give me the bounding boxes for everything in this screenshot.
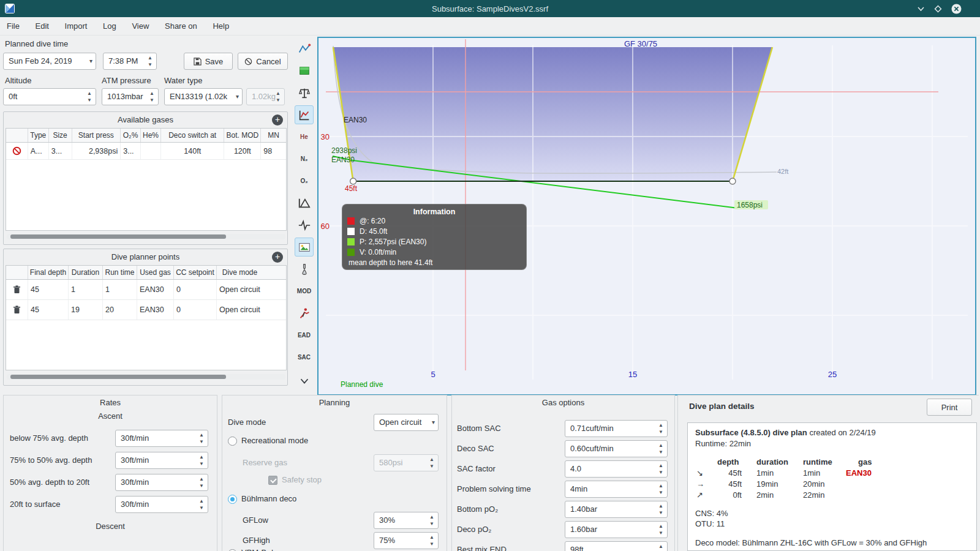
menu-help[interactable]: Help [206,17,236,36]
gas-flask-icon[interactable] [295,260,314,279]
problem-time-spinner[interactable]: 4min ▲▼ [565,481,668,498]
toolbar-scroll-down-icon[interactable] [295,371,314,390]
menu-share-on[interactable]: Share on [158,17,204,36]
date-select[interactable]: Sun Feb 24, 2019 ▾ [3,53,96,70]
spinner-arrows-icon[interactable]: ▲▼ [146,54,154,68]
otu-line: OTU: 11 [695,519,725,528]
add-point-button[interactable]: + [272,252,283,263]
deco-sac-spinner[interactable]: 0.60cuft/min ▲▼ [565,440,668,457]
dive-mode-select[interactable]: Open circuit ▾ [374,414,439,431]
spinner-arrows-icon[interactable]: ▲▼ [657,503,665,516]
ead-toggle-icon[interactable]: EAD [295,326,314,345]
gfhigh-spinner[interactable]: 75% ▲▼ [374,532,439,549]
spinner-arrows-icon[interactable]: ▲▼ [85,90,94,103]
close-button[interactable] [949,2,963,15]
depth-annotation: 45ft [345,184,358,193]
buhlmann-deco-radio[interactable] [228,495,237,504]
gas-table-row[interactable]: A... 3... 2,938psi 3... 140ft 120ft 98 [6,143,286,160]
depth-tick: 30 [321,132,330,141]
minimize-button[interactable] [914,2,927,15]
spinner-arrows-icon[interactable]: ▲▼ [197,498,206,511]
spinner-arrows-icon[interactable]: ▲▼ [657,482,665,496]
safety-stop-label: Safety stop [282,475,322,484]
point-table-row[interactable]: 45 1 1 EAN30 0 Open circuit [6,280,286,300]
scrollbar-handle[interactable] [10,375,226,379]
planner-point-handle[interactable] [350,178,356,184]
n2-graph-icon[interactable]: N₂ [295,149,314,168]
heart-rate-icon[interactable] [295,216,314,234]
gflow-spinner[interactable]: 30% ▲▼ [374,512,439,529]
sac-factor-spinner[interactable]: 4.0 ▲▼ [565,460,668,478]
time-spinner[interactable]: 7:38 PM ▲▼ [103,53,157,70]
segment-arrow-icon: ↘ [696,468,703,478]
spinner-arrows-icon[interactable]: ▲▼ [657,523,665,536]
profile-area [333,47,772,181]
planner-point-handle[interactable] [729,178,736,184]
ascent-rate-2-spinner[interactable]: 30ft/min ▲▼ [115,452,208,469]
delete-point-icon[interactable] [6,300,28,320]
photos-toggle-icon[interactable] [295,238,314,257]
maximize-button[interactable] [931,2,944,15]
runner-toggle-icon[interactable] [295,304,314,323]
best-mix-end-spinner[interactable]: 98ft ▲▼ [565,541,668,551]
spinner-arrows-icon[interactable]: ▲▼ [428,514,436,527]
print-button[interactable]: Print [927,399,972,416]
atm-pressure-spinner[interactable]: 1013mbar ▲▼ [102,88,159,105]
spinner-arrows-icon[interactable]: ▲▼ [197,476,206,489]
profile-toggle-icon[interactable] [295,105,314,124]
save-button[interactable]: Save [184,53,233,70]
menu-log[interactable]: Log [96,17,123,36]
spinner-arrows-icon[interactable]: ▲▼ [197,432,206,445]
menu-import[interactable]: Import [58,17,94,36]
mod-toggle-icon[interactable]: MOD [295,282,314,301]
safety-stop-checkbox[interactable] [268,476,277,485]
scale-icon[interactable] [295,83,314,102]
close-icon [951,4,962,14]
cancel-button[interactable]: Cancel [238,53,288,70]
spinner-arrows-icon[interactable]: ▲▼ [657,462,665,476]
ascent-rate-3-spinner[interactable]: 30ft/min ▲▼ [115,474,208,491]
ascent-rate-1-spinner[interactable]: 30ft/min ▲▼ [115,430,208,447]
gf-label: GF 30/75 [624,39,657,48]
tooltip-row: mean depth to here 41.4ft [342,258,526,268]
remove-gas-icon[interactable] [6,143,28,159]
bottom-po2-spinner[interactable]: 1.40bar ▲▼ [565,501,668,518]
calc-ceiling-icon[interactable] [295,61,314,80]
deco-po2-spinner[interactable]: 1.60bar ▲▼ [565,521,668,538]
altitude-spinner[interactable]: 0ft ▲▼ [3,88,96,105]
best-mix-end-label: Best mix END [457,541,507,551]
water-type-label: Water type [164,76,202,85]
ascent-rate-4-spinner[interactable]: 30ft/min ▲▼ [115,496,208,513]
water-type-select[interactable]: EN13319 (1.02k ▾ [164,88,243,105]
menu-view[interactable]: View [125,17,156,36]
start-pressure-label: 2938psi [331,146,357,155]
sac-toggle-icon[interactable]: SAC [295,348,314,367]
spinner-arrows-icon[interactable]: ▲▼ [428,534,436,547]
spinner-arrows-icon: ▲▼ [428,456,436,470]
o2-graph-icon[interactable]: O₂ [295,171,314,190]
ceiling-toggle-icon[interactable] [295,193,314,212]
profile-info-tooltip[interactable]: Information @: 6:20 D: 45.0ft P: 2,557ps… [342,204,527,270]
spinner-arrows-icon[interactable]: ▲▼ [148,90,156,103]
gases-hscrollbar[interactable] [7,234,285,239]
spinner-arrows-icon[interactable]: ▲▼ [197,454,206,467]
cns-line: CNS: 4% [695,509,728,518]
spinner-arrows-icon[interactable]: ▲▼ [657,422,665,435]
scrollbar-handle[interactable] [10,234,226,239]
add-gas-button[interactable]: + [272,114,283,126]
salinity-spinner: 1.02kg ▲▼ [246,88,285,105]
spinner-arrows-icon[interactable]: ▲▼ [657,442,665,455]
profile-graph-icon[interactable] [295,39,314,58]
points-hscrollbar[interactable] [7,374,285,380]
point-table-row[interactable]: 45 19 20 EAN30 0 Open circuit [6,300,286,320]
spinner-arrows-icon[interactable]: ▲▼ [657,543,665,551]
he-graph-icon[interactable]: He [295,127,314,146]
menu-file[interactable]: File [0,17,26,36]
dive-profile-chart[interactable]: GF 30/75 EAN30 2938psi EAN30 45ft 1658ps… [317,37,976,395]
dive-plan-text: Subsurface (4.8.5.0) dive plan created o… [687,422,977,551]
bottom-sac-spinner[interactable]: 0.71cuft/min ▲▼ [565,420,668,437]
recreational-mode-radio[interactable] [228,437,237,446]
delete-point-icon[interactable] [6,280,28,299]
menu-edit[interactable]: Edit [29,17,56,36]
runtime-line: Runtime: 22min [695,439,751,448]
